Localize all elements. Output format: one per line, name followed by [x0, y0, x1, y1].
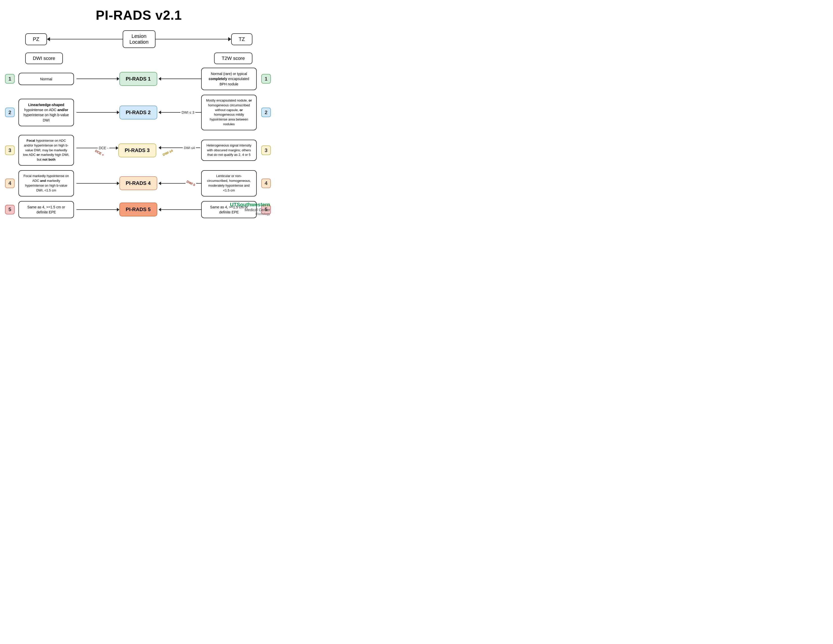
main-title: PI-RADS v2.1	[5, 8, 273, 23]
num-badge-2-left: 2	[5, 108, 14, 117]
num-badge-3-right: 3	[261, 145, 271, 155]
desc-box-2-right: Mostly encapsulated nodule, or homogeneo…	[201, 95, 257, 130]
num-badge-5-left: 5	[5, 205, 14, 214]
desc-box-5-left: Same as 4, >=1.5 cm or definite EPE	[18, 201, 74, 219]
right-arrow-head	[228, 37, 231, 41]
num-badge-4-right: 4	[261, 179, 271, 188]
num-badge-3-left: 3	[5, 145, 14, 155]
brand-radiology-line: Radiology	[230, 212, 270, 216]
t2w-score-box: T2W score	[214, 53, 252, 64]
arrow-right-4	[117, 182, 119, 185]
pi-row-4: 4 Focal markedly hypointense on ADC and …	[5, 170, 273, 196]
pirads-box-5: PI-RADS 5	[119, 203, 157, 216]
brand-ut-line: UTSouthwestern	[230, 202, 270, 208]
arrow-left-3	[159, 146, 161, 150]
dce-minus-label: DCE -	[98, 146, 109, 150]
num-badge-2-right: 2	[261, 108, 271, 117]
dwi-score-box: DWI score	[25, 53, 63, 64]
arrow-left-5	[159, 208, 161, 211]
brand-medical-line: Medical Center	[230, 208, 270, 212]
arrow-left-1	[159, 77, 161, 80]
pirads-box-3: PI-RADS 3	[118, 143, 156, 157]
desc-box-1-left: Normal	[18, 73, 74, 85]
lesion-location-box: Lesion Location	[123, 30, 156, 48]
desc-box-3-right: Heterogeneous signal intensity with obsc…	[201, 140, 257, 161]
desc-box-3-left: Focal hypointense on ADC and/or hyperint…	[18, 135, 74, 166]
pi-row-3: 3 Focal hypointense on ADC and/or hyperi…	[5, 135, 273, 166]
desc-box-2-left: Linear/wedge-shaped hypointense on ADC a…	[18, 99, 74, 126]
dwi-lte3-label: DWI ≤ 3	[180, 110, 195, 114]
desc-box-1-right: Normal (rare) or typical completely enca…	[201, 68, 257, 90]
arrow-right-2	[117, 111, 119, 114]
desc-box-4-left: Focal markedly hypointense on ADC and ma…	[18, 170, 74, 196]
num-badge-1-right: 1	[261, 74, 271, 84]
pi-row-1: 1 Normal PI-RADS 1	[5, 68, 273, 90]
left-arrow-head	[47, 37, 50, 41]
arrow-left-2	[159, 111, 161, 114]
arrow-right-5	[117, 208, 119, 211]
dwi-lte4-label: DWI ≤4	[183, 146, 196, 150]
arrow-left-4	[159, 182, 161, 185]
num-badge-4-left: 4	[5, 179, 14, 188]
pi-row-2: 2 Linear/wedge-shaped hypointense on ADC…	[5, 95, 273, 130]
branding: UTSouthwestern Medical Center Radiology	[230, 202, 270, 216]
pirads-box-2: PI-RADS 2	[119, 106, 157, 119]
arrow-right-3-dce-minus	[116, 146, 118, 150]
tz-box: TZ	[231, 33, 252, 45]
pirads-box-1: PI-RADS 1	[119, 72, 157, 86]
dce-plus-label: DCE +	[94, 148, 106, 157]
pz-box: PZ	[25, 33, 47, 45]
pirads-box-4: PI-RADS 4	[119, 176, 157, 190]
arrow-right-1	[117, 77, 119, 80]
num-badge-1-left: 1	[5, 74, 14, 84]
desc-box-4-right: Lenticular or non-circumscribed, homogen…	[201, 170, 257, 196]
dwi5-label: DWI 5	[185, 179, 197, 187]
